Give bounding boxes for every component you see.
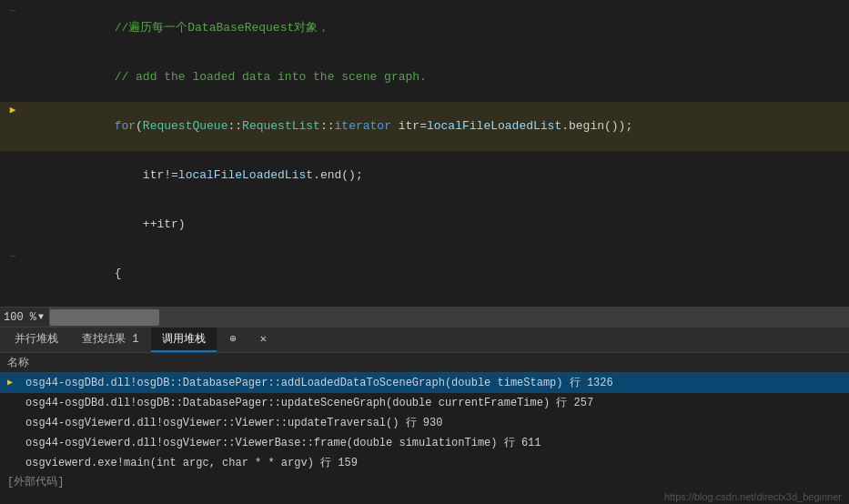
stack-row-2[interactable]: osg44-osgDBd.dll!osgDB::DatabasePager::u…	[0, 393, 849, 413]
stack-row-5[interactable]: osgviewerd.exe!main(int argc, char * * a…	[0, 453, 849, 473]
code-editor: ─ //遍历每一个DataBaseRequest对象， // add the l…	[0, 0, 849, 327]
bottom-panel-wrapper: 并行堆栈 查找结果 1 调用堆栈 ⊕ ✕ 名称 ▶ osg44-osgDBd.d…	[0, 327, 849, 504]
zoom-dropdown-icon[interactable]: ▼	[38, 312, 44, 322]
scrollbar-thumb[interactable]	[50, 309, 159, 326]
stack-row-2-text: osg44-osgDBd.dll!osgDB::DatabasePager::u…	[25, 394, 842, 412]
external-code-row: [外部代码]	[0, 473, 849, 490]
line-text-5: ++itr)	[25, 200, 845, 249]
scrollbar-area: 100 % ▼	[0, 307, 849, 327]
stack-row-3-text: osg44-osgViewerd.dll!osgViewer::Viewer::…	[25, 414, 842, 432]
column-name-label: 名称	[7, 355, 29, 370]
watermark: https://blog.csdn.net/directx3d_beginner	[664, 491, 842, 502]
stack-row-1-icon: ▶	[7, 374, 22, 392]
gutter-6[interactable]: ─	[0, 249, 25, 266]
panel-content: ▶ osg44-osgDBd.dll!osgDB::DatabasePager:…	[0, 373, 849, 504]
line-text-4: itr!=localFileLoadedList.end();	[25, 151, 845, 200]
tab-call-stack[interactable]: 调用堆栈	[151, 328, 217, 352]
stack-row-5-text: osgviewerd.exe!main(int argc, char * * a…	[25, 454, 842, 472]
code-line-5: ++itr)	[0, 200, 849, 249]
stack-row-3[interactable]: osg44-osgViewerd.dll!osgViewer::Viewer::…	[0, 413, 849, 433]
horizontal-scrollbar[interactable]	[50, 307, 849, 327]
tab-pin[interactable]: ⊕	[218, 328, 247, 352]
code-line-6: ─ {	[0, 249, 849, 298]
execution-arrow: ▶	[10, 102, 16, 118]
scrollbar-track	[50, 307, 849, 327]
collapse-icon-6: ─	[6, 249, 19, 266]
gutter-1[interactable]: ─	[0, 4, 25, 20]
line-text-3: for(RequestQueue::RequestList::iterator …	[25, 102, 845, 151]
zoom-control[interactable]: 100 % ▼	[0, 307, 50, 327]
code-line-3: ▶ for(RequestQueue::RequestList::iterato…	[0, 102, 849, 151]
external-code-label: [外部代码]	[7, 476, 64, 489]
stack-row-1[interactable]: ▶ osg44-osgDBd.dll!osgDB::DatabasePager:…	[0, 373, 849, 393]
line-text-2: // add the loaded data into the scene gr…	[25, 53, 845, 102]
code-line-2: // add the loaded data into the scene gr…	[0, 53, 849, 102]
stack-row-4[interactable]: osg44-osgViewerd.dll!osgViewer::ViewerBa…	[0, 433, 849, 453]
tab-parallel-stack[interactable]: 并行堆栈	[4, 328, 69, 352]
code-content: ─ //遍历每一个DataBaseRequest对象， // add the l…	[0, 0, 849, 307]
gutter-3: ▶	[0, 102, 25, 118]
code-line-7: DatabaseRequest* databaseRequest = itr->…	[0, 298, 849, 307]
line-text-6: {	[25, 249, 845, 298]
panel-column-header: 名称	[0, 353, 849, 373]
line-text-7: DatabaseRequest* databaseRequest = itr->…	[25, 298, 845, 307]
zoom-value: 100 %	[4, 311, 36, 324]
line-text-1: //遍历每一个DataBaseRequest对象，	[25, 4, 845, 53]
tab-close[interactable]: ✕	[249, 328, 278, 352]
panel-tabs: 并行堆栈 查找结果 1 调用堆栈 ⊕ ✕	[0, 328, 849, 353]
stack-row-1-text: osg44-osgDBd.dll!osgDB::DatabasePager::a…	[25, 374, 842, 392]
code-line-1: ─ //遍历每一个DataBaseRequest对象，	[0, 4, 849, 53]
code-line-4: itr!=localFileLoadedList.end();	[0, 151, 849, 200]
collapse-icon-1: ─	[6, 4, 19, 20]
tab-search-results[interactable]: 查找结果 1	[71, 328, 149, 352]
stack-row-4-text: osg44-osgViewerd.dll!osgViewer::ViewerBa…	[25, 434, 842, 452]
bottom-panel: 并行堆栈 查找结果 1 调用堆栈 ⊕ ✕ 名称 ▶ osg44-osgDBd.d…	[0, 327, 849, 504]
